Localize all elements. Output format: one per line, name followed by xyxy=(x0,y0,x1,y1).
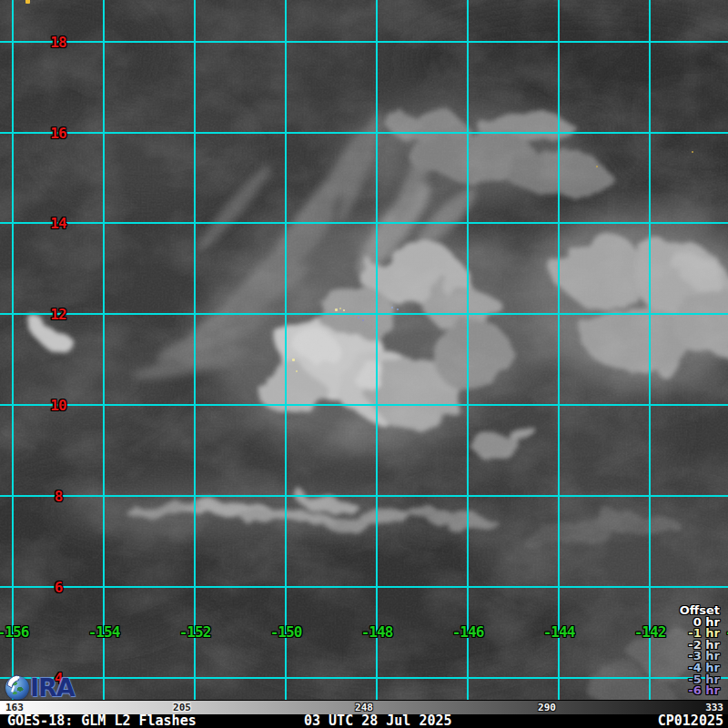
legend-entry: -6 hr xyxy=(680,685,720,697)
offset-legend: Offset 0 hr-1 hr-2 hr-3 hr-4 hr-5 hr-6 h… xyxy=(680,605,720,697)
lon-label: -150 xyxy=(270,623,302,641)
datetime: 03 UTC 28 Jul 2025 xyxy=(304,714,452,728)
lon-labels: -156-154-152-150-148-146-144-142-140 xyxy=(0,0,728,700)
cira-logo-text: IRA xyxy=(30,676,75,700)
legend-entries: 0 hr-1 hr-2 hr-3 hr-4 hr-5 hr-6 hr xyxy=(680,617,720,697)
satellite-dish-icon xyxy=(5,674,22,693)
lon-label: -154 xyxy=(88,623,120,641)
lon-label: -144 xyxy=(543,623,575,641)
cira-logo: IRA xyxy=(5,674,113,700)
product-name: GOES-18: GLM L2 Flashes xyxy=(7,714,197,728)
status-bar: GOES-18: GLM L2 Flashes 03 UTC 28 Jul 20… xyxy=(0,714,728,728)
lon-label: -146 xyxy=(452,623,484,641)
lon-label: -156 xyxy=(0,623,28,641)
lon-label: -152 xyxy=(179,623,211,641)
lon-label: -148 xyxy=(361,623,393,641)
lon-label: -142 xyxy=(634,623,666,641)
product-id: CP012025 xyxy=(658,714,723,728)
colorbar-tick: 290 xyxy=(538,702,556,714)
map-area: 1816141210864 -156-154-152-150-148-146-1… xyxy=(0,0,728,700)
screen: 1816141210864 -156-154-152-150-148-146-1… xyxy=(0,0,728,728)
